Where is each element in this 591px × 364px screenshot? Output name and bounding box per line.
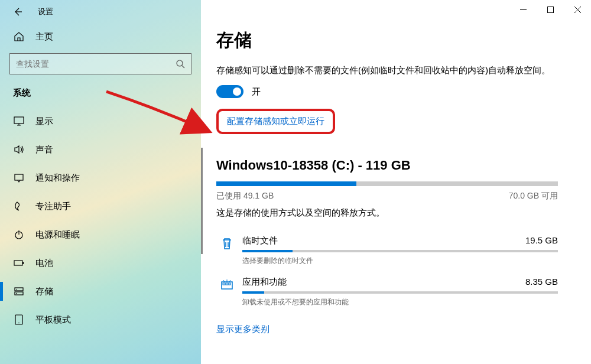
battery-icon	[13, 258, 25, 268]
svg-rect-1	[14, 117, 24, 124]
usage-description: 这是存储的使用方式以及空间的释放方式。	[216, 207, 558, 219]
drive-title: Windows10-18358 (C:) - 119 GB	[216, 158, 558, 173]
nav-item-power[interactable]: 电源和睡眠	[9, 220, 191, 249]
configure-storage-sense-link[interactable]: 配置存储感知或立即运行	[227, 116, 324, 126]
nav-item-label: 声音	[35, 144, 53, 155]
category-label: 临时文件	[242, 235, 278, 246]
svg-rect-4	[14, 261, 22, 265]
search-input[interactable]	[16, 59, 176, 69]
nav-item-storage[interactable]: 存储	[9, 277, 191, 306]
storage-icon	[13, 286, 25, 297]
sound-icon	[13, 144, 25, 155]
nav-item-focus[interactable]: 专注助手	[9, 192, 191, 220]
notification-icon	[13, 173, 25, 183]
home-icon	[13, 31, 25, 42]
svg-point-11	[18, 323, 20, 324]
nav-item-label: 电源和睡眠	[35, 229, 80, 240]
nav-home-label: 主页	[35, 31, 53, 43]
svg-point-0	[177, 60, 183, 66]
svg-point-8	[16, 289, 17, 290]
storage-category-apps[interactable]: 应用和功能8.35 GB卸载未使用或不想要的应用和功能	[216, 273, 558, 314]
nav-item-label: 通知和操作	[35, 173, 80, 184]
svg-rect-5	[22, 262, 24, 264]
scrollbar-thumb[interactable]	[201, 148, 203, 254]
display-icon	[13, 116, 25, 126]
used-label: 已使用 49.1 GB	[216, 191, 274, 202]
svg-rect-2	[15, 174, 23, 180]
storage-category-trash[interactable]: 临时文件19.5 GB选择要删除的临时文件	[216, 232, 558, 273]
nav-item-display[interactable]: 显示	[9, 107, 191, 135]
category-bar	[242, 291, 558, 294]
page-title: 存储	[216, 28, 558, 53]
svg-point-9	[16, 293, 17, 294]
svg-rect-14	[226, 283, 228, 285]
nav-item-sound[interactable]: 声音	[9, 135, 191, 164]
nav-item-label: 存储	[35, 286, 53, 297]
category-size: 19.5 GB	[525, 235, 558, 246]
nav-home[interactable]: 主页	[9, 24, 191, 50]
free-label: 70.0 GB 可用	[509, 191, 558, 202]
category-label: 应用和功能	[242, 277, 287, 288]
power-icon	[13, 229, 25, 240]
category-size: 8.35 GB	[525, 277, 558, 288]
trash-icon	[216, 235, 238, 251]
nav-item-label: 平板模式	[35, 314, 71, 326]
svg-rect-6	[15, 288, 23, 291]
minimize-button[interactable]	[509, 0, 537, 19]
storage-sense-toggle[interactable]	[216, 85, 243, 98]
svg-rect-13	[223, 283, 225, 285]
app-title: 设置	[38, 6, 53, 17]
search-box[interactable]	[9, 53, 191, 74]
svg-rect-7	[15, 292, 23, 295]
nav-item-tablet[interactable]: 平板模式	[9, 306, 191, 334]
apps-icon	[216, 277, 238, 292]
focus-icon	[13, 201, 25, 212]
show-more-categories-link[interactable]: 显示更多类别	[216, 324, 269, 335]
nav-item-notification[interactable]: 通知和操作	[9, 164, 191, 192]
nav-item-label: 显示	[35, 116, 53, 127]
svg-rect-15	[229, 283, 230, 285]
category-sub: 选择要删除的临时文件	[242, 256, 558, 266]
search-icon	[176, 59, 185, 69]
storage-sense-description: 存储感知可以通过删除不需要的文件(例如临时文件和回收站中的内容)自动释放空间。	[216, 63, 558, 77]
toggle-state-label: 开	[252, 86, 261, 98]
maximize-button[interactable]	[537, 0, 564, 19]
back-button[interactable]	[11, 5, 25, 19]
tablet-icon	[13, 314, 25, 325]
nav-item-battery[interactable]: 电池	[9, 249, 191, 277]
close-button[interactable]	[564, 0, 591, 19]
svg-rect-16	[547, 6, 553, 12]
nav-item-label: 专注助手	[35, 201, 71, 212]
category-bar	[242, 250, 558, 252]
highlight-annotation: 配置存储感知或立即运行	[216, 109, 335, 134]
nav-item-label: 电池	[35, 258, 53, 269]
category-sub: 卸载未使用或不想要的应用和功能	[242, 297, 558, 307]
drive-usage-bar	[216, 181, 558, 186]
section-title: 系统	[9, 83, 191, 107]
